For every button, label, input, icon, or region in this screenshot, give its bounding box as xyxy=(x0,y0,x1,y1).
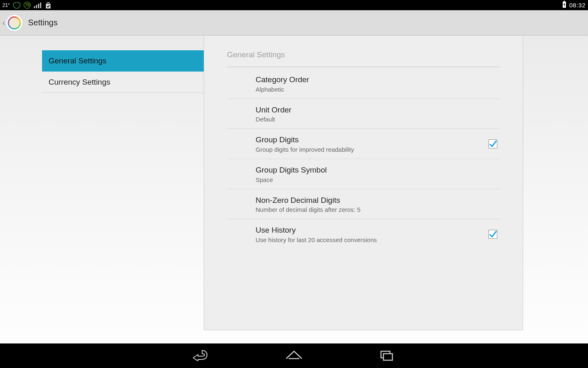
pref-subtitle: Use history for last 20 accessed convers… xyxy=(256,236,488,243)
pref-title: Group Digits xyxy=(256,135,488,145)
circle-badge-icon: 79 xyxy=(24,2,31,9)
pref-title: Category Order xyxy=(256,74,500,85)
actionbar: ‹ Settings xyxy=(0,10,588,36)
svg-rect-1 xyxy=(564,1,565,2)
sidebar-item-general-settings[interactable]: General Settings xyxy=(42,50,204,72)
svg-rect-4 xyxy=(383,354,392,360)
shield-icon xyxy=(13,2,20,9)
checkbox-group-digits[interactable] xyxy=(488,139,497,148)
sidebar-item-label: Currency Settings xyxy=(49,78,110,87)
pref-group-digits-symbol[interactable]: Group Digits Symbol Space xyxy=(227,159,500,189)
back-chevron-icon[interactable]: ‹ xyxy=(2,18,5,27)
settings-panel: General Settings Category Order Alphabet… xyxy=(204,36,523,330)
pref-group-digits[interactable]: Group Digits Group digits for improved r… xyxy=(227,129,500,159)
settings-sidebar: General Settings Currency Settings xyxy=(42,50,204,93)
pref-title: Use History xyxy=(256,225,488,236)
sidebar-item-currency-settings[interactable]: Currency Settings xyxy=(42,72,204,93)
page-title: Settings xyxy=(28,18,58,27)
statusbar-temperature: 21° xyxy=(2,2,10,8)
pref-subtitle: Group digits for improved readability xyxy=(256,146,488,153)
sidebar-item-label: General Settings xyxy=(49,56,107,65)
android-navbar xyxy=(0,343,588,368)
pref-use-history[interactable]: Use History Use history for last 20 acce… xyxy=(227,219,500,249)
nav-back-button[interactable] xyxy=(192,349,211,363)
statusbar-clock: 08:32 xyxy=(569,2,586,9)
battery-icon xyxy=(562,1,567,9)
pref-nonzero-decimal-digits[interactable]: Non-Zero Decimal Digits Number of decima… xyxy=(227,189,500,220)
nav-recent-button[interactable] xyxy=(377,349,396,363)
panel-header: General Settings xyxy=(227,50,500,67)
pref-unit-order[interactable]: Unit Order Default xyxy=(227,99,500,129)
pref-title: Non-Zero Decimal Digits xyxy=(256,195,500,206)
android-statusbar: 21° 79 08:32 xyxy=(0,0,588,10)
main-content: General Settings Currency Settings Gener… xyxy=(0,36,588,343)
pref-subtitle: Number of decimal digits after zeros: 5 xyxy=(256,206,500,213)
pref-category-order[interactable]: Category Order Alphabetic xyxy=(227,69,500,99)
pref-title: Unit Order xyxy=(256,105,500,115)
badge-number: 79 xyxy=(25,3,29,7)
nav-home-button[interactable] xyxy=(285,349,303,363)
pref-title: Group Digits Symbol xyxy=(256,165,500,175)
app-icon[interactable] xyxy=(6,15,22,31)
pref-subtitle: Alphabetic xyxy=(256,86,500,93)
signal-icon xyxy=(34,2,41,8)
checkbox-use-history[interactable] xyxy=(488,230,497,239)
pref-subtitle: Default xyxy=(256,116,500,123)
bag-check-icon xyxy=(45,2,52,9)
pref-subtitle: Space xyxy=(256,176,500,183)
